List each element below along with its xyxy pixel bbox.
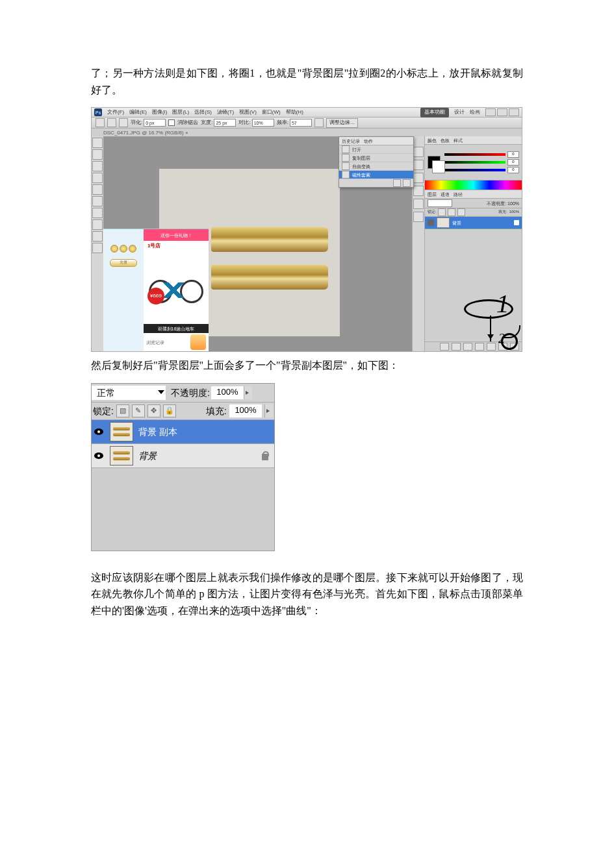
lock-all-icon[interactable] — [457, 208, 465, 216]
menu-file[interactable]: 文件(F) — [107, 108, 124, 117]
opacity-value[interactable]: 100% — [507, 200, 519, 207]
workspace-essentials[interactable]: 基本功能 — [420, 108, 449, 118]
ad-banner[interactable]: 送你一份礼物！ — [144, 229, 209, 241]
ad-caption: 双碟刹18速山地车 — [144, 324, 209, 333]
layer-row-background[interactable]: 背景 — [425, 217, 522, 229]
menu-layer[interactable]: 图层(L) — [172, 108, 189, 117]
tab-styles[interactable]: 样式 — [454, 137, 463, 144]
lock-transparent-icon[interactable]: ▧ — [116, 404, 129, 417]
color-spectrum[interactable] — [425, 180, 522, 190]
crop-tool-icon[interactable] — [92, 184, 103, 195]
visibility-eye-icon[interactable] — [428, 219, 434, 226]
lock-pixels-icon[interactable]: ✎ — [132, 404, 145, 417]
minimize-icon[interactable] — [485, 108, 496, 116]
history-item-selected[interactable]: 磁性套索 — [339, 171, 413, 179]
width-input[interactable]: 25 px — [214, 119, 236, 127]
tab-paths[interactable]: 路径 — [454, 191, 463, 198]
dock-styles-icon[interactable] — [413, 173, 424, 183]
link-layers-icon[interactable] — [440, 343, 449, 351]
layer-style-icon[interactable] — [452, 343, 461, 351]
tab-layers[interactable]: 图层 — [428, 191, 437, 198]
menu-view[interactable]: 视图(V) — [239, 108, 257, 117]
coin-icon — [129, 245, 136, 253]
history-panel[interactable]: 历史记录 动作 打开 复制图层 自由变换 磁性套索 — [339, 136, 414, 188]
fill-flyout-icon[interactable] — [264, 404, 273, 417]
opacity-label: 不透明度: — [487, 200, 506, 207]
menu-image[interactable]: 图像(I) — [152, 108, 168, 117]
dock-char-icon[interactable] — [413, 199, 424, 209]
b-slider[interactable] — [444, 169, 505, 171]
r-value[interactable]: 0 — [507, 151, 519, 158]
maximize-icon[interactable] — [497, 108, 507, 116]
g-value[interactable]: 0 — [507, 159, 519, 166]
tab-color[interactable]: 颜色 — [428, 137, 437, 144]
history-item[interactable]: 复制图层 — [339, 154, 413, 162]
tool-preset-icon[interactable] — [96, 118, 105, 127]
stamp-tool-icon[interactable] — [92, 219, 103, 230]
ad-product[interactable]: ¥669 — [144, 251, 209, 324]
workspace-paint[interactable]: 绘画 — [470, 108, 480, 117]
feather-input[interactable]: 0 px — [144, 119, 166, 127]
brush-tool-icon[interactable] — [92, 208, 103, 218]
adjustment-layer-icon[interactable] — [475, 343, 484, 351]
refine-edge-button[interactable]: 调整边缘... — [326, 118, 358, 128]
lock-pixels-icon[interactable] — [438, 208, 446, 216]
dock-color-icon[interactable] — [413, 147, 424, 157]
tab-swatches[interactable]: 色板 — [441, 137, 450, 144]
tab-channels[interactable]: 通道 — [441, 191, 450, 198]
r-slider[interactable] — [444, 153, 505, 156]
dock-adjust-icon[interactable] — [413, 186, 424, 196]
wand-tool-icon[interactable] — [92, 173, 103, 183]
fill-input[interactable]: 100% — [229, 404, 262, 417]
eraser-tool-icon[interactable] — [92, 231, 103, 242]
fg-bg-swatch-icon[interactable] — [428, 156, 441, 169]
pen-pressure-icon[interactable] — [314, 118, 324, 127]
blend-mode-select[interactable] — [428, 199, 452, 207]
eyedropper-tool-icon[interactable] — [92, 196, 103, 206]
history-new-icon[interactable] — [393, 179, 401, 187]
visibility-eye-icon[interactable] — [94, 453, 103, 459]
contrast-input[interactable]: 10% — [252, 119, 274, 127]
browse-history-label[interactable]: 浏览记录 — [146, 339, 164, 346]
history-item[interactable]: 打开 — [339, 145, 413, 154]
blend-mode-select[interactable]: 正常 — [92, 386, 166, 400]
menu-select[interactable]: 选择(S) — [194, 108, 212, 117]
lasso-tool-icon[interactable] — [92, 161, 103, 171]
menu-edit[interactable]: 编辑(E) — [129, 108, 147, 117]
visibility-eye-icon[interactable] — [94, 428, 103, 435]
move-tool-icon[interactable] — [92, 138, 103, 148]
avatar-icon[interactable] — [190, 334, 206, 350]
opacity-flyout-icon[interactable] — [244, 386, 252, 399]
history-item[interactable]: 自由变换 — [339, 162, 413, 171]
antialias-checkbox[interactable] — [168, 119, 175, 126]
dock-swatches-icon[interactable] — [413, 160, 424, 170]
b-value[interactable]: 0 — [507, 167, 519, 173]
lock-position-icon[interactable] — [448, 208, 455, 216]
dock-para-icon[interactable] — [413, 212, 424, 222]
layer-mask-icon[interactable] — [463, 343, 472, 351]
selection-new-icon[interactable] — [107, 118, 116, 127]
lock-all-icon[interactable]: 🔒 — [163, 404, 176, 417]
g-slider[interactable] — [444, 161, 505, 164]
lock-position-icon[interactable]: ✥ — [147, 404, 160, 417]
workspace-design[interactable]: 设计 — [454, 108, 465, 117]
close-icon[interactable] — [509, 108, 519, 116]
frequency-input[interactable]: 57 — [290, 119, 312, 127]
menu-help[interactable]: 帮助(H) — [286, 108, 303, 117]
recharge-button[interactable]: 充值 — [110, 259, 137, 267]
tab-actions[interactable]: 动作 — [364, 138, 373, 145]
tab-history[interactable]: 历史记录 — [342, 138, 360, 145]
marquee-tool-icon[interactable] — [92, 149, 103, 160]
menu-window[interactable]: 窗口(W) — [262, 108, 281, 117]
layer-row-copy[interactable]: 背景 副本 — [92, 420, 274, 444]
layer-row-background[interactable]: 背景 — [92, 444, 274, 468]
menu-filter[interactable]: 滤镜(T) — [217, 108, 234, 117]
fill-value[interactable]: 100% — [509, 209, 519, 216]
selection-add-icon[interactable] — [119, 118, 128, 127]
gradient-tool-icon[interactable] — [92, 243, 103, 253]
opacity-input[interactable]: 100% — [211, 386, 244, 399]
layer-group-icon[interactable] — [487, 343, 496, 351]
history-delete-icon[interactable] — [403, 179, 411, 187]
ad-price: ¥669 — [147, 288, 164, 304]
layer-thumbnail — [110, 422, 133, 441]
